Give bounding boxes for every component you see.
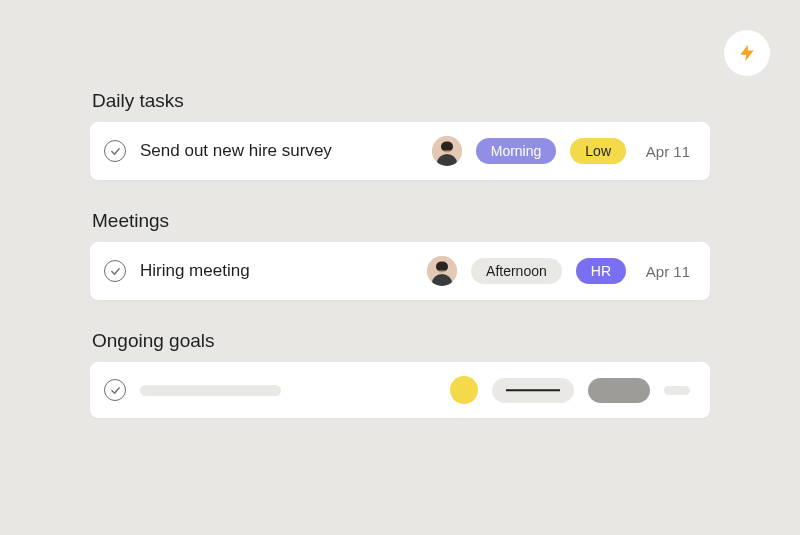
assignee-avatar[interactable] xyxy=(427,256,457,286)
placeholder-text xyxy=(140,385,281,396)
placeholder-tag xyxy=(588,378,650,403)
task-date: Apr 11 xyxy=(640,143,690,160)
task-name: Hiring meeting xyxy=(140,261,413,281)
automation-badge[interactable] xyxy=(724,30,770,76)
task-row-placeholder[interactable] xyxy=(90,362,710,418)
placeholder-tag xyxy=(492,378,574,403)
section-title-meetings: Meetings xyxy=(90,210,710,232)
complete-checkbox[interactable] xyxy=(104,140,126,162)
check-icon xyxy=(110,385,121,396)
task-row[interactable]: Send out new hire survey Morning Low Apr… xyxy=(90,122,710,180)
check-icon xyxy=(110,146,121,157)
priority-tag[interactable]: Low xyxy=(570,138,626,164)
category-tag[interactable]: HR xyxy=(576,258,626,284)
task-name: Send out new hire survey xyxy=(140,141,418,161)
task-date: Apr 11 xyxy=(640,263,690,280)
section-meetings: Meetings Hiring meeting Afternoon HR Apr… xyxy=(90,210,710,300)
lightning-icon xyxy=(737,43,757,63)
complete-checkbox[interactable] xyxy=(104,379,126,401)
task-row[interactable]: Hiring meeting Afternoon HR Apr 11 xyxy=(90,242,710,300)
section-ongoing-goals: Ongoing goals xyxy=(90,330,710,418)
complete-checkbox[interactable] xyxy=(104,260,126,282)
time-tag[interactable]: Afternoon xyxy=(471,258,562,284)
placeholder-avatar xyxy=(450,376,478,404)
section-daily-tasks: Daily tasks Send out new hire survey Mor… xyxy=(90,90,710,180)
assignee-avatar[interactable] xyxy=(432,136,462,166)
section-title-goals: Ongoing goals xyxy=(90,330,710,352)
time-tag[interactable]: Morning xyxy=(476,138,557,164)
placeholder-date xyxy=(664,386,690,395)
task-list: Daily tasks Send out new hire survey Mor… xyxy=(0,0,800,418)
check-icon xyxy=(110,266,121,277)
section-title-daily: Daily tasks xyxy=(90,90,710,112)
